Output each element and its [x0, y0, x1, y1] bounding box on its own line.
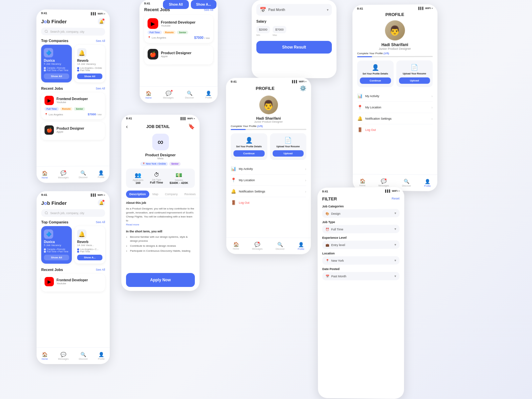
companies-see-all-2[interactable]: See All	[96, 220, 105, 224]
location-arrow: ›	[305, 178, 306, 182]
salary-max-top[interactable]: $7000	[273, 26, 286, 33]
phone-filter-top: 📅 Past Month ▾ Salary $2000 Min $7000 Ma…	[252, 0, 336, 78]
filter-location: Location 📍 New York ▾	[318, 250, 404, 266]
reverb-name: Reverb	[77, 59, 102, 63]
tab-company[interactable]: Company	[162, 191, 181, 198]
reverb-show-all-2[interactable]: Show A...	[77, 255, 102, 260]
time-pr: 9:41	[357, 7, 363, 10]
nav-profile-r[interactable]: 👤Profile	[205, 90, 212, 99]
jd-tags: 📍 New York • OnSite Senior	[121, 162, 200, 166]
nav-home-2[interactable]: 🏠Home	[42, 352, 48, 360]
rj-designer[interactable]: 🍎 Product Designer Apple	[144, 46, 213, 65]
nav-discover-2[interactable]: 🔍Discover	[79, 352, 88, 360]
read-more[interactable]: Read more	[126, 223, 139, 226]
logout-label-r: Log Out	[365, 128, 376, 131]
frontend-title-1: Frontend Developer	[57, 97, 88, 101]
stat-salary: 💵 Salaries $340K - 420K	[170, 172, 188, 185]
nav-profile-r2[interactable]: 👤Profile	[424, 179, 431, 187]
job-card-frontend-1[interactable]: ▶ Frontend Developer Youtube Full Time R…	[41, 92, 105, 119]
continue-btn[interactable]: Continue	[233, 150, 264, 157]
app-header-1: Job Finder 🔔	[36, 15, 110, 27]
job-card-frontend-2[interactable]: ▶ Frontend Developer Youtube	[41, 274, 105, 292]
location-select[interactable]: 📍 New York ▾	[322, 256, 399, 265]
filter-reset[interactable]: Reset	[392, 197, 400, 200]
salary-min-label: Min	[256, 34, 270, 36]
stat-applicants: 👥 Applicants 160	[133, 172, 143, 185]
menu-location-r[interactable]: 📍 My Location ›	[357, 102, 433, 113]
rj-frontend[interactable]: ▶ Frontend Developer Youtube Full Time R…	[144, 15, 213, 43]
show-all-btn-2[interactable]: Show A...	[191, 0, 216, 9]
show-all-btn-1[interactable]: Show All	[163, 0, 189, 9]
salary-inputs-top: $2000 Min $7000 Max	[256, 26, 332, 36]
menu-notifications[interactable]: 🔔 Notification Settings ›	[231, 186, 306, 197]
app-header-2: Job Finder 🔔	[37, 197, 110, 208]
reverb-show-all[interactable]: Show All	[77, 73, 102, 79]
search-bar-2[interactable]: Search job, company, city	[41, 209, 105, 217]
duxica-show-all-2[interactable]: Show All	[44, 255, 69, 260]
nav-messages-p[interactable]: 💬Messages	[252, 242, 263, 250]
companies-see-all-1[interactable]: See All	[96, 39, 105, 43]
back-icon[interactable]: ‹	[126, 124, 128, 130]
nav-messages-2[interactable]: 💬Messages	[58, 352, 69, 360]
bookmark-icon[interactable]: 🔖	[188, 123, 195, 130]
duxica-type: Full Time • Part Time	[44, 69, 69, 71]
nav-home-r2[interactable]: 🏠Home	[359, 178, 366, 187]
menu-logout-r[interactable]: 🚪 Log Out	[357, 124, 433, 136]
recent-jobs-see-all-2[interactable]: See All	[96, 268, 105, 271]
company-card-duxica[interactable]: 🔷 Duxica 5 Job Vacancy Canada • Remote F…	[41, 45, 72, 82]
rj-yt-logo: ▶	[148, 18, 158, 29]
experience-select[interactable]: 💼 Entry level ▾	[322, 240, 399, 249]
categories-select[interactable]: 🎨 Design ▾	[322, 209, 400, 218]
recent-jobs-see-all-1[interactable]: See All	[96, 87, 105, 90]
company-card-reverb[interactable]: 🔔 Reverb 14 Job Vacancy Los Angeles • On…	[74, 45, 105, 82]
menu-notifications-r[interactable]: 🔔 Notification Settings ›	[357, 113, 433, 124]
nav-home-p[interactable]: 🏠Home	[233, 242, 239, 250]
company-cards-1: 🔷 Duxica 5 Job Vacancy Canada • Remote F…	[37, 45, 110, 86]
tab-map[interactable]: Map	[149, 191, 162, 198]
upload-btn[interactable]: Upload	[272, 150, 304, 157]
date-select[interactable]: 📅 Past Month ▾	[322, 272, 399, 280]
nav-profile-p[interactable]: 👤Profile	[298, 242, 304, 250]
company-card-duxica-2[interactable]: 🔷 Duxica 5 Job Vacancy Canada • Remote F…	[41, 226, 72, 264]
action-set-profile-r: 👤 Set Your Profile Details Continue	[357, 61, 393, 87]
notif-icon-2[interactable]: 🔔	[98, 199, 105, 206]
settings-icon[interactable]: ⚙️	[300, 85, 306, 91]
duxica-show-all[interactable]: Show All	[44, 73, 69, 79]
upload-btn-r[interactable]: Upload	[399, 77, 430, 84]
tab-description[interactable]: Description	[126, 191, 149, 198]
notif-icon-1[interactable]: 🔔	[98, 18, 105, 25]
jobtype-select[interactable]: ⏰ Full Time ▾	[322, 225, 400, 233]
past-month-select[interactable]: 📅 Past Month ▾	[256, 4, 332, 16]
profile-right-actions: 👤 Set Your Profile Details Continue 📄 Up…	[357, 60, 433, 87]
svg-point-0	[45, 30, 47, 32]
show-result-btn-top[interactable]: Show Result	[256, 41, 332, 54]
apply-now-btn[interactable]: Apply Now	[126, 273, 195, 287]
jobtype-value: Full Time	[331, 227, 343, 231]
continue-btn-r[interactable]: Continue	[360, 77, 391, 84]
nav-profile-1[interactable]: 👤Profile	[98, 170, 104, 179]
nav-discover-1[interactable]: 🔍Discover	[79, 170, 88, 179]
nav-messages-r2[interactable]: 💬Messages	[378, 179, 389, 187]
location-icon: 📍	[231, 178, 236, 183]
job-card-designer-1[interactable]: 🍎 Product Designer Apple	[41, 122, 105, 140]
menu-logout[interactable]: 🚪 Log Out	[231, 197, 306, 208]
menu-location[interactable]: 📍 My Location ›	[231, 175, 306, 186]
company-card-reverb-2[interactable]: 🔔 Reverb 14 Job Vaca... Los Angeles • C.…	[74, 226, 105, 264]
nav-discover-p[interactable]: 🔍Discover	[276, 242, 285, 250]
menu-activity[interactable]: 📊 My Activity ›	[231, 163, 306, 175]
tab-reviews[interactable]: Reviews	[181, 191, 199, 198]
salary-min-top[interactable]: $2000	[256, 26, 270, 33]
apple-logo-1: 🍎	[45, 125, 54, 135]
nav-home-1[interactable]: 🏠Home	[42, 171, 48, 179]
profile-right-name: Hadi Sharifani	[357, 42, 433, 47]
nav-discover-r2[interactable]: 🔍Discover	[402, 179, 411, 187]
menu-activity-r[interactable]: 📊 My Activity ›	[357, 90, 433, 102]
nav-home-r[interactable]: 🏠Home	[145, 91, 152, 99]
nav-messages-1[interactable]: 💬Messages	[58, 170, 69, 179]
nav-messages-r[interactable]: 💬Messages	[163, 91, 174, 99]
duxica-vacancy: 5 Job Vacancy	[44, 63, 69, 66]
nav-profile-2[interactable]: 👤Profile	[98, 352, 105, 360]
nav-discover-r[interactable]: 🔍Discover	[185, 90, 194, 99]
bullet-3: Participate in Continuous Discovery Habi…	[130, 249, 195, 253]
search-bar-1[interactable]: Search job, company, city	[41, 28, 105, 36]
